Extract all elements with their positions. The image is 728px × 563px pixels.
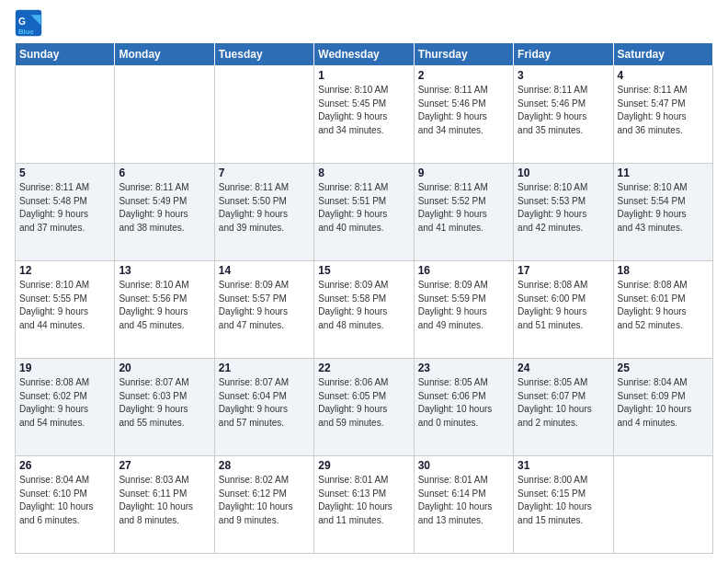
day-cell-6: 6Sunrise: 8:11 AM Sunset: 5:49 PM Daylig…	[115, 164, 214, 261]
day-info: Sunrise: 8:11 AM Sunset: 5:50 PM Dayligh…	[219, 181, 310, 235]
day-info: Sunrise: 8:10 AM Sunset: 5:56 PM Dayligh…	[119, 279, 210, 332]
day-cell-20: 20Sunrise: 8:07 AM Sunset: 6:03 PM Dayli…	[115, 359, 214, 456]
day-number: 18	[618, 264, 709, 277]
day-number: 31	[518, 459, 609, 472]
day-number: 17	[518, 264, 609, 277]
day-info: Sunrise: 8:04 AM Sunset: 6:09 PM Dayligh…	[618, 376, 709, 430]
day-number: 10	[518, 167, 609, 179]
day-info: Sunrise: 8:00 AM Sunset: 6:15 PM Dayligh…	[518, 474, 609, 527]
day-info: Sunrise: 8:11 AM Sunset: 5:47 PM Dayligh…	[618, 84, 709, 137]
day-cell-25: 25Sunrise: 8:04 AM Sunset: 6:09 PM Dayli…	[613, 359, 712, 456]
week-row-2: 5Sunrise: 8:11 AM Sunset: 5:48 PM Daylig…	[16, 164, 713, 261]
day-cell-31: 31Sunrise: 8:00 AM Sunset: 6:15 PM Dayli…	[514, 456, 613, 554]
day-number: 6	[119, 167, 210, 179]
day-number: 23	[418, 362, 509, 374]
day-info: Sunrise: 8:08 AM Sunset: 6:02 PM Dayligh…	[19, 376, 110, 430]
week-row-4: 19Sunrise: 8:08 AM Sunset: 6:02 PM Dayli…	[16, 359, 713, 456]
day-cell-16: 16Sunrise: 8:09 AM Sunset: 5:59 PM Dayli…	[414, 261, 513, 359]
day-number: 15	[318, 264, 409, 277]
logo-icon: G Blue	[15, 9, 42, 37]
day-cell-5: 5Sunrise: 8:11 AM Sunset: 5:48 PM Daylig…	[16, 164, 115, 261]
svg-text:G: G	[18, 17, 26, 27]
day-cell-2: 2Sunrise: 8:11 AM Sunset: 5:46 PM Daylig…	[414, 66, 513, 164]
day-cell-23: 23Sunrise: 8:05 AM Sunset: 6:06 PM Dayli…	[414, 359, 513, 456]
day-info: Sunrise: 8:03 AM Sunset: 6:11 PM Dayligh…	[119, 474, 210, 527]
day-info: Sunrise: 8:11 AM Sunset: 5:46 PM Dayligh…	[418, 84, 509, 137]
day-info: Sunrise: 8:09 AM Sunset: 5:58 PM Dayligh…	[318, 279, 409, 332]
day-cell-4: 4Sunrise: 8:11 AM Sunset: 5:47 PM Daylig…	[613, 66, 712, 164]
day-cell-19: 19Sunrise: 8:08 AM Sunset: 6:02 PM Dayli…	[16, 359, 115, 456]
day-cell-10: 10Sunrise: 8:10 AM Sunset: 5:53 PM Dayli…	[514, 164, 613, 261]
day-number: 30	[418, 459, 509, 472]
weekday-header-monday: Monday	[115, 43, 214, 66]
day-cell-17: 17Sunrise: 8:08 AM Sunset: 6:00 PM Dayli…	[514, 261, 613, 359]
week-row-1: 1Sunrise: 8:10 AM Sunset: 5:45 PM Daylig…	[16, 66, 713, 164]
day-info: Sunrise: 8:01 AM Sunset: 6:13 PM Dayligh…	[318, 474, 409, 527]
empty-cell	[214, 66, 313, 164]
day-number: 26	[19, 459, 110, 472]
day-info: Sunrise: 8:11 AM Sunset: 5:46 PM Dayligh…	[518, 84, 609, 137]
svg-text:Blue: Blue	[18, 28, 35, 36]
week-row-3: 12Sunrise: 8:10 AM Sunset: 5:55 PM Dayli…	[16, 261, 713, 359]
day-number: 25	[618, 362, 709, 374]
day-cell-1: 1Sunrise: 8:10 AM Sunset: 5:45 PM Daylig…	[314, 66, 414, 164]
weekday-header-tuesday: Tuesday	[214, 43, 313, 66]
day-info: Sunrise: 8:07 AM Sunset: 6:04 PM Dayligh…	[219, 376, 310, 430]
weekday-header-wednesday: Wednesday	[314, 43, 414, 66]
day-cell-9: 9Sunrise: 8:11 AM Sunset: 5:52 PM Daylig…	[414, 164, 513, 261]
day-info: Sunrise: 8:01 AM Sunset: 6:14 PM Dayligh…	[418, 474, 509, 527]
day-info: Sunrise: 8:11 AM Sunset: 5:48 PM Dayligh…	[19, 181, 110, 235]
day-number: 3	[518, 69, 609, 82]
day-number: 9	[418, 167, 509, 179]
weekday-header-saturday: Saturday	[613, 43, 712, 66]
weekday-header-thursday: Thursday	[414, 43, 513, 66]
day-cell-15: 15Sunrise: 8:09 AM Sunset: 5:58 PM Dayli…	[314, 261, 414, 359]
day-info: Sunrise: 8:10 AM Sunset: 5:53 PM Dayligh…	[518, 181, 609, 235]
day-cell-14: 14Sunrise: 8:09 AM Sunset: 5:57 PM Dayli…	[214, 261, 313, 359]
day-number: 21	[219, 362, 310, 374]
day-number: 29	[318, 459, 409, 472]
day-number: 5	[19, 167, 110, 179]
day-cell-21: 21Sunrise: 8:07 AM Sunset: 6:04 PM Dayli…	[214, 359, 313, 456]
day-number: 13	[119, 264, 210, 277]
day-number: 7	[219, 167, 310, 179]
empty-cell	[115, 66, 214, 164]
day-cell-12: 12Sunrise: 8:10 AM Sunset: 5:55 PM Dayli…	[16, 261, 115, 359]
day-info: Sunrise: 8:11 AM Sunset: 5:52 PM Dayligh…	[418, 181, 509, 235]
day-cell-13: 13Sunrise: 8:10 AM Sunset: 5:56 PM Dayli…	[115, 261, 214, 359]
day-cell-11: 11Sunrise: 8:10 AM Sunset: 5:54 PM Dayli…	[613, 164, 712, 261]
day-number: 22	[318, 362, 409, 374]
empty-cell	[613, 456, 712, 554]
day-info: Sunrise: 8:09 AM Sunset: 5:59 PM Dayligh…	[418, 279, 509, 332]
day-info: Sunrise: 8:08 AM Sunset: 6:00 PM Dayligh…	[518, 279, 609, 332]
day-cell-3: 3Sunrise: 8:11 AM Sunset: 5:46 PM Daylig…	[514, 66, 613, 164]
weekday-header-row: SundayMondayTuesdayWednesdayThursdayFrid…	[16, 43, 713, 66]
header: G Blue	[15, 9, 713, 37]
day-info: Sunrise: 8:08 AM Sunset: 6:01 PM Dayligh…	[618, 279, 709, 332]
day-info: Sunrise: 8:05 AM Sunset: 6:06 PM Dayligh…	[418, 376, 509, 430]
day-cell-7: 7Sunrise: 8:11 AM Sunset: 5:50 PM Daylig…	[214, 164, 313, 261]
day-number: 14	[219, 264, 310, 277]
empty-cell	[16, 66, 115, 164]
day-number: 24	[518, 362, 609, 374]
week-row-5: 26Sunrise: 8:04 AM Sunset: 6:10 PM Dayli…	[16, 456, 713, 554]
day-info: Sunrise: 8:11 AM Sunset: 5:49 PM Dayligh…	[119, 181, 210, 235]
day-cell-18: 18Sunrise: 8:08 AM Sunset: 6:01 PM Dayli…	[613, 261, 712, 359]
day-info: Sunrise: 8:07 AM Sunset: 6:03 PM Dayligh…	[119, 376, 210, 430]
day-number: 27	[119, 459, 210, 472]
logo: G Blue	[15, 9, 46, 37]
day-cell-27: 27Sunrise: 8:03 AM Sunset: 6:11 PM Dayli…	[115, 456, 214, 554]
day-info: Sunrise: 8:10 AM Sunset: 5:54 PM Dayligh…	[618, 181, 709, 235]
day-info: Sunrise: 8:06 AM Sunset: 6:05 PM Dayligh…	[318, 376, 409, 430]
day-cell-30: 30Sunrise: 8:01 AM Sunset: 6:14 PM Dayli…	[414, 456, 513, 554]
day-number: 11	[618, 167, 709, 179]
day-number: 19	[19, 362, 110, 374]
day-number: 12	[19, 264, 110, 277]
day-info: Sunrise: 8:10 AM Sunset: 5:45 PM Dayligh…	[318, 84, 409, 137]
day-number: 20	[119, 362, 210, 374]
calendar-table: SundayMondayTuesdayWednesdayThursdayFrid…	[15, 42, 713, 554]
weekday-header-sunday: Sunday	[16, 43, 115, 66]
day-cell-29: 29Sunrise: 8:01 AM Sunset: 6:13 PM Dayli…	[314, 456, 414, 554]
day-info: Sunrise: 8:10 AM Sunset: 5:55 PM Dayligh…	[19, 279, 110, 332]
day-number: 2	[418, 69, 509, 82]
